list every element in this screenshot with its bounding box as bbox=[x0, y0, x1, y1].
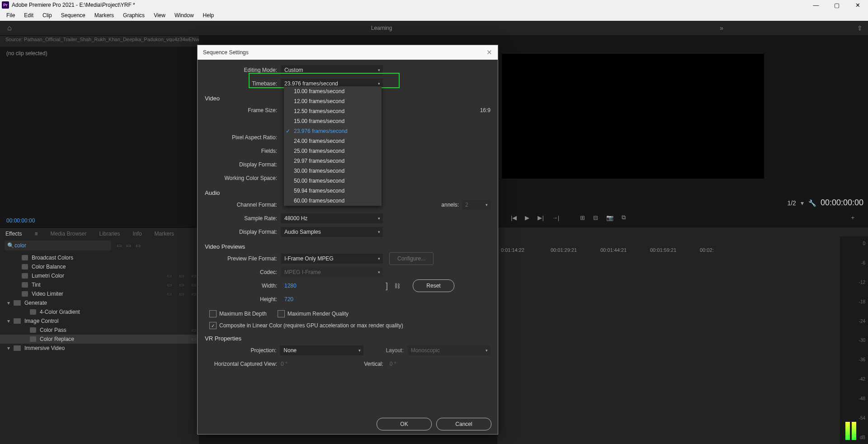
timebase-option[interactable]: 50.00 frames/second bbox=[284, 176, 382, 186]
effect-item[interactable]: Tint▭▭▭ bbox=[0, 280, 199, 289]
preset-filter-icon[interactable]: ▭ bbox=[126, 242, 131, 249]
effect-item[interactable]: Color Balance bbox=[0, 262, 199, 271]
timebase-dropdown[interactable]: 10.00 frames/second12.00 frames/second12… bbox=[284, 86, 382, 206]
max-bit-depth-checkbox[interactable]: Maximum Bit Depth bbox=[209, 309, 267, 319]
home-button[interactable]: ⌂ bbox=[0, 24, 43, 32]
program-monitor: 1/2 ▾ 🔧 00:00:00:00 |◀ ▶ ▶| →| ⊞ ⊟ 📷 ⧉ + bbox=[497, 36, 868, 226]
audio-display-format-select[interactable]: Audio Samples▾ bbox=[281, 227, 383, 237]
timebase-option[interactable]: 60.00 frames/second bbox=[284, 196, 382, 206]
menu-markers[interactable]: Markers bbox=[90, 12, 118, 19]
folder-item[interactable]: ▾Image Control bbox=[0, 316, 199, 326]
wrench-icon[interactable]: 🔧 bbox=[808, 199, 816, 207]
dialog-titlebar[interactable]: Sequence Settings ✕ bbox=[198, 45, 498, 60]
tab-info[interactable]: Info bbox=[133, 231, 142, 237]
timebase-option[interactable]: ✓23.976 frames/second bbox=[284, 126, 382, 136]
window-maximize-button[interactable]: ▢ bbox=[826, 0, 847, 10]
overwrite-icon[interactable]: ⊟ bbox=[593, 214, 598, 221]
window-title: Adobe Premiere Pro 2021 - E:\Media\Proje… bbox=[12, 2, 135, 8]
timebase-option[interactable]: 12.00 frames/second bbox=[284, 96, 382, 106]
timeline-ruler[interactable]: 0:01:14:22 00:01:29:21 00:01:44:21 00:01… bbox=[501, 247, 836, 256]
timebase-option[interactable]: 25.00 frames/second bbox=[284, 146, 382, 156]
audio-meter: 0-6-12-18-24-30-36-42-48-54dB bbox=[840, 236, 868, 444]
timebase-option[interactable]: 24.00 frames/second bbox=[284, 136, 382, 146]
menu-edit[interactable]: Edit bbox=[19, 12, 38, 19]
channel-format-label: Channel Format: bbox=[205, 202, 281, 208]
source-panel-tab[interactable]: Source: Pathaan_Official_Trailer_Shah_Ru… bbox=[0, 36, 199, 47]
projection-label: Projection: bbox=[205, 347, 280, 354]
timebase-option[interactable]: 10.00 frames/second bbox=[284, 86, 382, 96]
preset-filter-icon[interactable]: ▭ bbox=[117, 242, 122, 249]
effect-item[interactable]: Broadcast Colors bbox=[0, 253, 199, 262]
camera-icon[interactable]: 📷 bbox=[606, 214, 613, 221]
timebase-option[interactable]: 15.00 frames/second bbox=[284, 116, 382, 126]
sample-rate-label: Sample Rate: bbox=[205, 215, 281, 222]
in-point-icon[interactable]: |◀ bbox=[511, 214, 517, 221]
projection-select[interactable]: None▾ bbox=[280, 345, 363, 355]
link-icon[interactable]: ⛓ bbox=[394, 283, 400, 289]
video-previews-section-header: Video Previews bbox=[205, 243, 491, 250]
effect-item[interactable]: Color Replace▭ bbox=[0, 335, 199, 344]
menu-help[interactable]: Help bbox=[198, 12, 219, 19]
workspace-overflow-button[interactable]: » bbox=[720, 24, 723, 32]
timebase-option[interactable]: 30.00 frames/second bbox=[284, 166, 382, 176]
menu-view[interactable]: View bbox=[149, 12, 170, 19]
timebase-option[interactable]: 59.94 frames/second bbox=[284, 186, 382, 196]
audio-display-format-label: Display Format: bbox=[205, 229, 281, 235]
effect-item[interactable]: Video Limiter▭▭▭ bbox=[0, 289, 199, 298]
effect-item[interactable]: Color Pass▭ bbox=[0, 326, 199, 335]
effects-search-input[interactable] bbox=[5, 241, 111, 250]
program-viewport[interactable] bbox=[502, 54, 764, 179]
menu-file[interactable]: File bbox=[2, 12, 19, 19]
source-timecode[interactable]: 00:00:00:00 bbox=[0, 217, 199, 227]
composite-linear-color-checkbox[interactable]: Composite in Linear Color (requires GPU … bbox=[205, 321, 491, 331]
max-render-quality-checkbox[interactable]: Maximum Render Quality bbox=[278, 309, 349, 319]
export-icon[interactable]: ⇪ bbox=[857, 24, 863, 32]
tab-libraries[interactable]: Libraries bbox=[99, 231, 120, 237]
video-display-format-label: Display Format: bbox=[205, 161, 281, 168]
add-button-icon[interactable]: + bbox=[851, 214, 854, 221]
codec-select: MPEG I-Frame▾ bbox=[281, 267, 383, 277]
tab-markers[interactable]: Markers bbox=[155, 231, 174, 237]
menu-sequence[interactable]: Sequence bbox=[57, 12, 90, 19]
play-icon[interactable]: ▶ bbox=[525, 214, 529, 221]
timebase-option[interactable]: 12.50 frames/second bbox=[284, 106, 382, 116]
tab-media-browser[interactable]: Media Browser bbox=[50, 231, 86, 237]
folder-item[interactable]: ▾Immersive Video bbox=[0, 344, 199, 353]
effect-item[interactable]: 4-Color Gradient bbox=[0, 307, 199, 316]
timebase-label: Timebase: bbox=[205, 80, 281, 87]
timebase-option[interactable]: 29.97 frames/second bbox=[284, 156, 382, 166]
sample-rate-select[interactable]: 48000 Hz▾ bbox=[281, 213, 383, 223]
editing-mode-select[interactable]: Custom▾ bbox=[281, 65, 383, 75]
frame-size-label: Frame Size: bbox=[205, 107, 281, 113]
menu-graphics[interactable]: Graphics bbox=[118, 12, 149, 19]
step-fwd-icon[interactable]: ▶| bbox=[538, 214, 543, 221]
reset-button[interactable]: Reset bbox=[413, 279, 454, 292]
preview-width-input[interactable]: 1280 bbox=[281, 281, 383, 291]
workspace-learning-tab[interactable]: Learning bbox=[362, 21, 401, 35]
layout-select: Monoscopic▾ bbox=[407, 345, 491, 355]
go-to-out-icon[interactable]: →| bbox=[552, 214, 559, 221]
preview-file-format-select[interactable]: I-Frame Only MPEG▾ bbox=[281, 254, 383, 264]
window-close-button[interactable]: ✕ bbox=[847, 0, 868, 10]
markers-icon[interactable]: ⧉ bbox=[622, 214, 626, 221]
program-timecode[interactable]: 00:00:00:00 bbox=[821, 198, 863, 208]
window-minimize-button[interactable]: — bbox=[806, 0, 826, 10]
effects-panel: Effects≡ Media Browser Libraries Info Ma… bbox=[0, 227, 199, 444]
preview-height-input[interactable]: 720 bbox=[281, 294, 383, 304]
menu-window[interactable]: Window bbox=[170, 12, 198, 19]
insert-icon[interactable]: ⊞ bbox=[580, 214, 585, 221]
vr-section-header: VR Properties bbox=[205, 335, 491, 342]
preset-filter-icon[interactable]: ▭ bbox=[136, 242, 141, 249]
zoom-level[interactable]: 1/2 bbox=[787, 199, 796, 207]
tab-effects[interactable]: Effects bbox=[5, 231, 22, 237]
preview-height-label: Height: bbox=[205, 296, 281, 302]
preview-width-label: Width: bbox=[205, 283, 281, 289]
timeline-panel[interactable]: 0:01:14:22 00:01:29:21 00:01:44:21 00:01… bbox=[497, 227, 868, 444]
cancel-button[interactable]: Cancel bbox=[436, 418, 491, 430]
menu-clip[interactable]: Clip bbox=[38, 12, 57, 19]
effect-item[interactable]: Lumetri Color▭▭▭ bbox=[0, 271, 199, 280]
fields-label: Fields: bbox=[205, 148, 281, 154]
ok-button[interactable]: OK bbox=[377, 418, 432, 430]
close-icon[interactable]: ✕ bbox=[486, 48, 492, 57]
folder-item[interactable]: ▾Generate bbox=[0, 298, 199, 307]
